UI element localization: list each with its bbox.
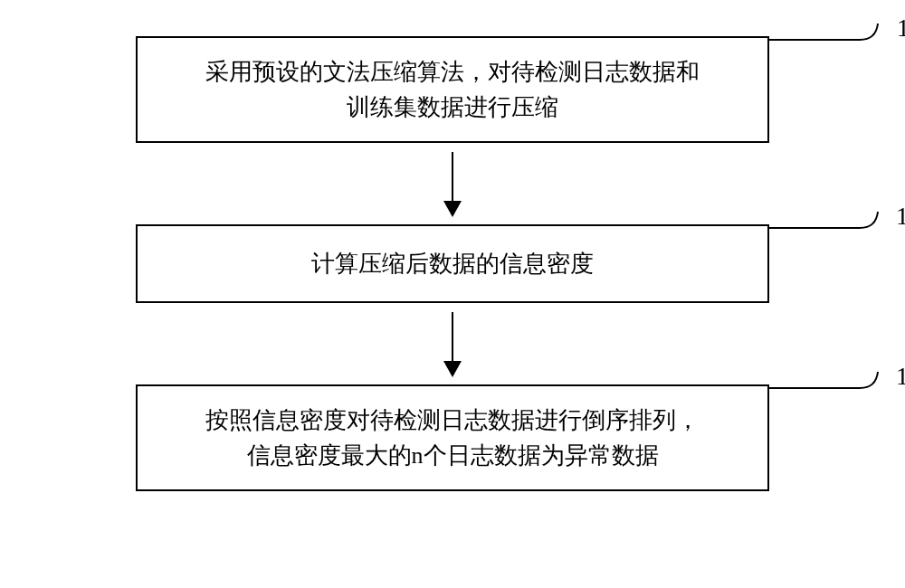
step-box-1: 采用预设的文法压缩算法，对待检测日志数据和 训练集数据进行压缩 11 (136, 36, 769, 143)
step-1-label: 11 (897, 9, 905, 47)
flowchart-diagram: 采用预设的文法压缩算法，对待检测日志数据和 训练集数据进行压缩 11 计算压缩后… (45, 36, 860, 491)
arrow-head-icon (443, 201, 462, 217)
step-3-label: 13 (896, 357, 905, 395)
step-3-text-line1: 按照信息密度对待检测日志数据进行倒序排列， (205, 407, 700, 433)
arrow-line-2 (452, 312, 453, 375)
step-1-text-line2: 训练集数据进行压缩 (347, 94, 558, 120)
step-2-text: 计算压缩后数据的信息密度 (311, 251, 594, 277)
arrow-head-icon (443, 361, 462, 377)
step-1-text-line1: 采用预设的文法压缩算法，对待检测日志数据和 (205, 59, 700, 85)
step-3-text-line2: 信息密度最大的n个日志数据为异常数据 (247, 442, 659, 469)
step-box-2: 计算压缩后数据的信息密度 12 (136, 224, 769, 303)
step-2-label: 12 (896, 197, 905, 235)
arrow-2 (45, 303, 860, 384)
step-box-3: 按照信息密度对待检测日志数据进行倒序排列， 信息密度最大的n个日志数据为异常数据… (136, 384, 769, 491)
arrow-line-1 (452, 152, 453, 215)
arrow-1 (45, 143, 860, 224)
